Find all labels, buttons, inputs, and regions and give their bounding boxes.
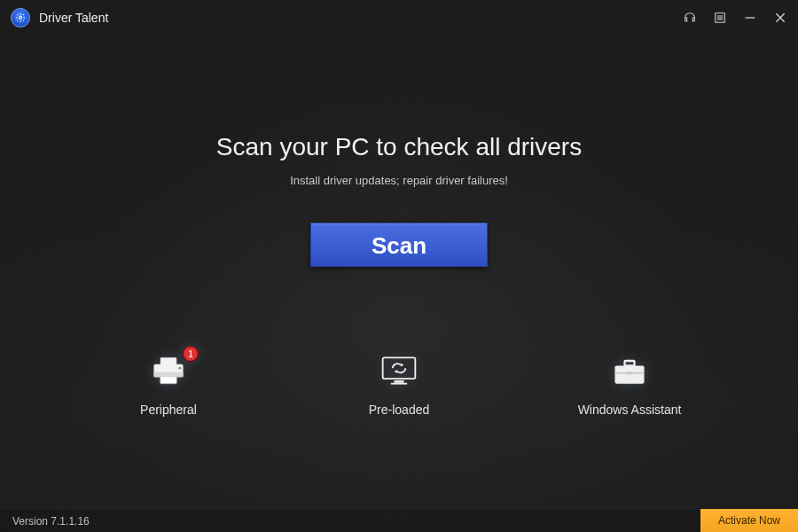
svg-marker-16 <box>401 364 404 367</box>
activate-button[interactable]: Activate Now <box>700 509 798 532</box>
subheadline-text: Install driver updates; repair driver fa… <box>0 174 798 187</box>
svg-rect-21 <box>626 372 632 375</box>
feature-preloaded[interactable]: Pre-loaded <box>337 353 461 417</box>
app-logo-icon <box>11 8 30 27</box>
svg-rect-13 <box>383 357 416 379</box>
svg-marker-17 <box>395 370 398 373</box>
close-button[interactable] <box>773 11 787 25</box>
svg-rect-12 <box>154 372 184 378</box>
svg-point-0 <box>19 16 21 19</box>
window-controls <box>683 11 787 25</box>
printer-icon: 1 <box>147 353 190 388</box>
feature-windows-assistant[interactable]: Windows Assistant <box>567 353 692 417</box>
svg-point-11 <box>178 367 181 370</box>
version-text: Version 7.1.1.16 <box>12 515 90 528</box>
svg-rect-15 <box>391 383 407 385</box>
svg-rect-9 <box>160 357 176 365</box>
main-area: Scan your PC to check all drivers Instal… <box>0 133 798 267</box>
menu-icon[interactable] <box>713 11 727 25</box>
svg-rect-20 <box>625 361 635 366</box>
feature-label: Windows Assistant <box>578 403 682 417</box>
app-title: Driver Talent <box>39 11 108 25</box>
monitor-icon <box>378 353 420 388</box>
feature-label: Pre-loaded <box>369 403 430 417</box>
footer-bar: Version 7.1.1.16 <box>0 509 798 532</box>
toolbox-icon <box>608 353 651 388</box>
feature-label: Peripheral <box>140 403 197 417</box>
minimize-button[interactable] <box>743 11 757 25</box>
scan-button[interactable]: Scan <box>310 223 488 267</box>
title-bar: Driver Talent <box>0 0 798 35</box>
headline-text: Scan your PC to check all drivers <box>0 133 798 161</box>
support-icon[interactable] <box>683 11 697 25</box>
svg-rect-14 <box>395 380 404 383</box>
feature-peripheral[interactable]: 1 Peripheral <box>106 353 231 417</box>
feature-row: 1 Peripheral Pre-loaded Windows <box>0 353 798 417</box>
notification-badge: 1 <box>183 346 199 362</box>
